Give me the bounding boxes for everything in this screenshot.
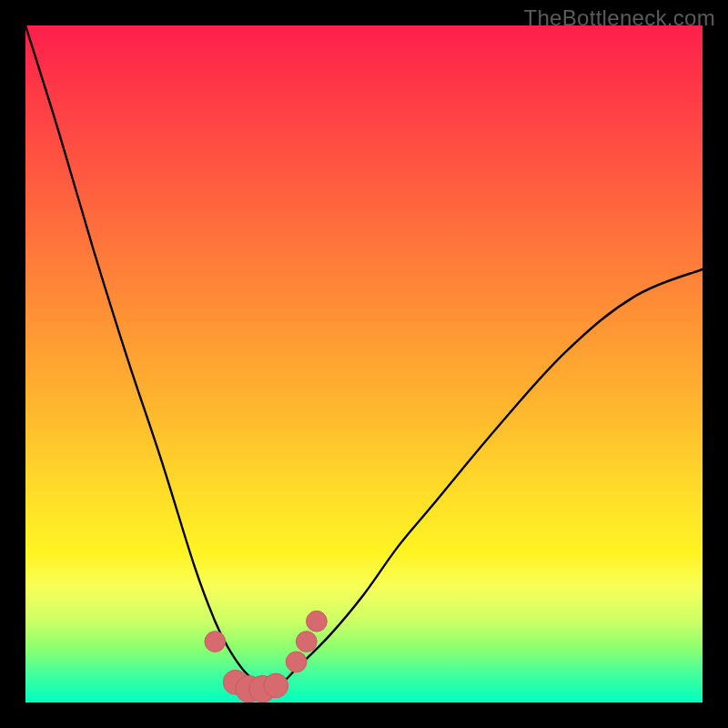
curve-marker [205, 632, 226, 652]
watermark-text: TheBottleneck.com [523, 5, 715, 31]
curve-marker [264, 673, 288, 698]
chart-plot-area [25, 25, 703, 703]
chart-frame: TheBottleneck.com [0, 0, 728, 728]
bottleneck-curve [25, 25, 703, 703]
curve-marker [286, 652, 307, 672]
curve-marker [307, 611, 328, 632]
curve-marker [296, 632, 317, 652]
